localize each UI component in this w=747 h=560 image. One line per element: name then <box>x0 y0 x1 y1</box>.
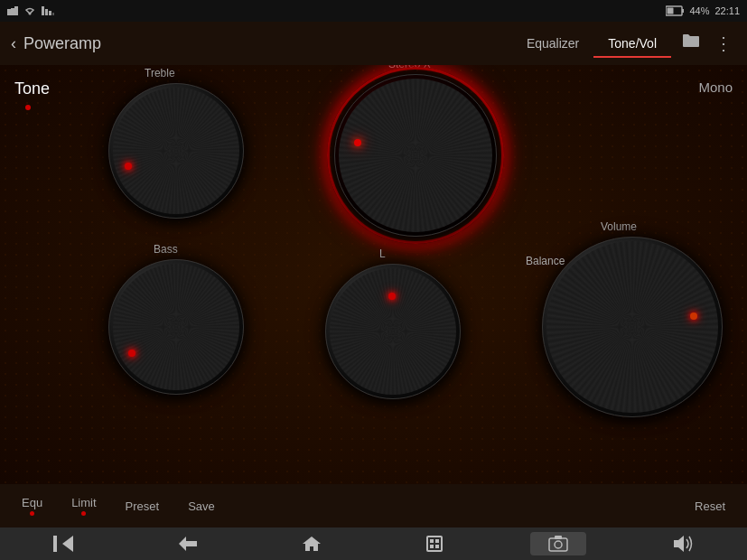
battery-icon <box>666 5 684 16</box>
svg-rect-19 <box>435 545 439 548</box>
svg-point-3 <box>29 13 32 15</box>
bass-container: Bass <box>108 259 244 395</box>
l-label: L <box>379 247 386 260</box>
battery-percent: 44% <box>689 5 709 16</box>
svg-rect-15 <box>427 537 442 551</box>
phone-icon <box>7 6 18 15</box>
tone-label: Tone <box>14 79 50 98</box>
top-tabs: Equalizer Tone/Vol <box>512 29 671 58</box>
tab-tonevol[interactable]: Tone/Vol <box>593 29 671 58</box>
top-actions: ⋮ <box>678 29 736 58</box>
nav-home[interactable] <box>285 531 339 556</box>
stereox-container: Stereo X <box>334 74 497 237</box>
svg-rect-5 <box>45 9 48 15</box>
svg-rect-18 <box>430 545 434 548</box>
stereox-indicator <box>354 139 361 146</box>
toolbar-limit-dot <box>81 511 86 516</box>
bass-label: Bass <box>154 243 178 256</box>
svg-rect-1 <box>11 8 14 15</box>
stereox-knob[interactable] <box>334 74 497 237</box>
treble-indicator <box>125 163 132 170</box>
volume-knob-wrapper[interactable] <box>542 237 723 417</box>
more-icon[interactable]: ⋮ <box>711 29 736 58</box>
toolbar-equ[interactable]: Equ <box>7 492 57 519</box>
volume-knob[interactable] <box>542 237 723 417</box>
main-content: Tone Mono Treble Stereo X Bass L <box>0 65 747 484</box>
top-bar: ‹ Poweramp Equalizer Tone/Vol ⋮ <box>0 22 747 65</box>
toolbar-equ-label: Equ <box>22 496 42 509</box>
nav-recents[interactable] <box>408 532 461 555</box>
svg-rect-2 <box>14 6 18 15</box>
toolbar-preset[interactable]: Preset <box>111 496 174 517</box>
volume-container: Volume <box>542 237 723 417</box>
nav-back-skip[interactable] <box>35 532 91 555</box>
bass-knob-wrapper[interactable] <box>108 259 244 395</box>
svg-point-21 <box>555 541 562 548</box>
svg-rect-17 <box>435 539 439 543</box>
nav-bar <box>0 527 747 560</box>
treble-knob[interactable] <box>108 83 244 219</box>
treble-label: Treble <box>145 67 175 79</box>
nav-back[interactable] <box>161 533 215 555</box>
svg-rect-12 <box>53 536 57 552</box>
volume-label: Volume <box>601 220 637 233</box>
tab-equalizer[interactable]: Equalizer <box>512 29 593 58</box>
toolbar-save-label: Save <box>188 499 215 513</box>
toolbar-limit-label: Limit <box>71 496 96 509</box>
l-indicator <box>388 293 396 300</box>
status-icons-right: 44% 22:11 <box>666 5 740 16</box>
toolbar-equ-dot <box>30 511 34 516</box>
l-container: L <box>325 264 461 399</box>
svg-marker-14 <box>303 537 321 551</box>
svg-marker-13 <box>179 537 197 551</box>
treble-container: Treble <box>108 83 244 219</box>
svg-rect-4 <box>42 6 44 15</box>
svg-rect-16 <box>430 539 434 543</box>
svg-rect-7 <box>52 13 54 15</box>
mono-label: Mono <box>698 79 733 95</box>
svg-rect-0 <box>7 9 11 15</box>
svg-rect-22 <box>555 536 562 539</box>
svg-rect-10 <box>668 8 674 14</box>
svg-rect-20 <box>549 538 567 551</box>
l-knob-wrapper[interactable] <box>325 264 461 399</box>
toolbar-preset-label: Preset <box>126 499 160 513</box>
nav-camera[interactable] <box>530 532 586 555</box>
bottom-toolbar: Equ Limit Preset Save Reset <box>0 484 747 527</box>
stereox-knob-wrapper[interactable] <box>334 74 497 237</box>
time: 22:11 <box>714 5 740 16</box>
svg-marker-23 <box>674 536 684 552</box>
bass-knob[interactable] <box>108 259 244 395</box>
treble-knob-wrapper[interactable] <box>108 83 244 219</box>
wifi-icon <box>23 6 36 15</box>
status-icons-left <box>7 6 54 15</box>
folder-icon[interactable] <box>678 29 704 58</box>
svg-rect-9 <box>682 9 684 13</box>
balance-label: Balance <box>526 255 565 267</box>
svg-marker-11 <box>62 536 73 552</box>
back-button[interactable]: ‹ <box>11 34 16 53</box>
data-icon <box>42 6 54 15</box>
volume-indicator <box>690 313 697 320</box>
status-bar: 44% 22:11 <box>0 0 747 22</box>
toolbar-save[interactable]: Save <box>173 496 229 517</box>
svg-rect-6 <box>49 11 51 15</box>
tone-dot <box>25 105 31 110</box>
app-title: Poweramp <box>23 34 512 53</box>
nav-volume[interactable] <box>656 532 712 555</box>
bass-indicator <box>128 350 135 357</box>
toolbar-reset[interactable]: Reset <box>680 496 740 517</box>
toolbar-limit[interactable]: Limit <box>57 492 110 519</box>
l-knob[interactable] <box>325 264 461 399</box>
